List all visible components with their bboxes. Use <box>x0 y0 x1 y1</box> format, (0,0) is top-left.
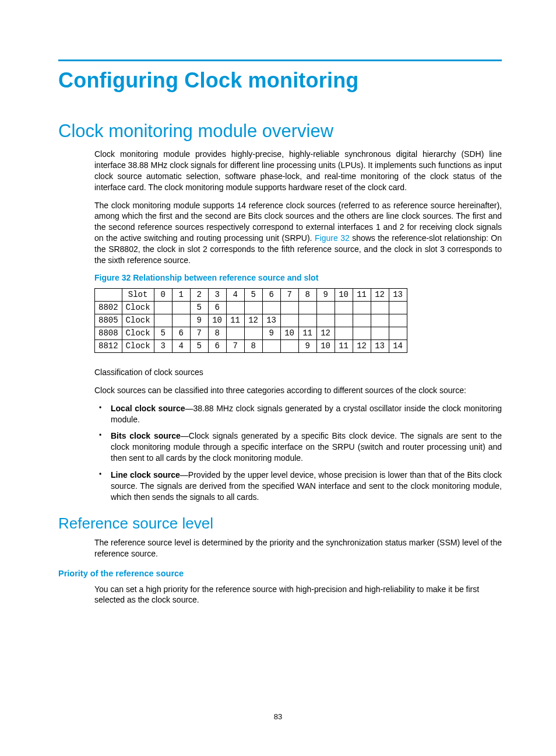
section-heading-overview: Clock monitoring module overview <box>58 121 502 142</box>
classification-heading: Classification of clock sources <box>94 367 502 378</box>
ref-level-p: The reference source level is determined… <box>94 537 502 559</box>
table-slot-label: Slot <box>122 288 154 301</box>
priority-body: You can set a high priority for the refe… <box>94 584 502 606</box>
table-header-row: Slot 0 1 2 3 4 5 6 7 8 9 10 11 12 13 <box>95 288 407 301</box>
table-row: 8802 Clock 56 <box>95 301 407 314</box>
page: Configuring Clock monitoring Clock monit… <box>0 0 556 756</box>
term: Line clock source <box>111 470 180 480</box>
table-row: 8805 Clock 910111213 <box>95 314 407 327</box>
figure-link[interactable]: Figure 32 <box>315 233 350 243</box>
table-row: 8812 Clock 34567891011121314 <box>95 340 407 352</box>
table-empty-cell <box>95 288 122 301</box>
term: Bits clock source <box>111 431 181 440</box>
top-rule <box>58 60 502 61</box>
table-row: 8808 Clock 56789101112 <box>95 327 407 340</box>
overview-p2: The clock monitoring module supports 14 … <box>94 200 502 266</box>
figure-caption: Figure 32 Relationship between reference… <box>94 273 502 282</box>
chapter-title: Configuring Clock monitoring <box>58 68 502 93</box>
page-number: 83 <box>0 712 556 721</box>
list-item: Line clock source—Provided by the upper … <box>94 470 502 503</box>
ref-level-body: The reference source level is determined… <box>94 537 502 559</box>
slot-table: Slot 0 1 2 3 4 5 6 7 8 9 10 11 12 13 880… <box>94 288 407 353</box>
classification-lead: Clock sources can be classified into thr… <box>94 385 502 396</box>
priority-p: You can set a high priority for the refe… <box>94 584 502 606</box>
overview-body: Clock monitoring module provides highly-… <box>94 149 502 503</box>
list-item: Bits clock source—Clock signals generate… <box>94 430 502 464</box>
subheading-priority: Priority of the reference source <box>58 569 502 578</box>
term: Local clock source <box>111 404 185 413</box>
overview-p1: Clock monitoring module provides highly-… <box>94 149 502 193</box>
classification-list: Local clock source—38.88 MHz clock signa… <box>94 403 502 503</box>
section-heading-ref-level: Reference source level <box>58 514 502 533</box>
list-item: Local clock source—38.88 MHz clock signa… <box>94 403 502 425</box>
